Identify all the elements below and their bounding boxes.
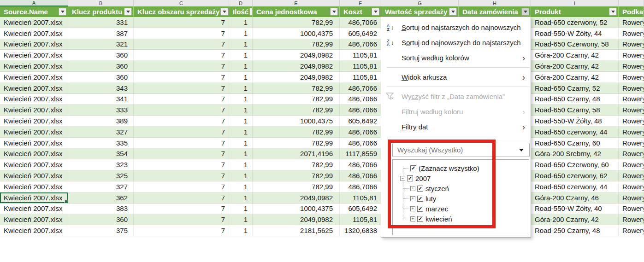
cell-unit_price[interactable]: 1000,4375 — [253, 116, 340, 127]
cell-source[interactable]: Kwiecień 2007.xlsx — [0, 225, 68, 236]
header-klucz-obszaru-sprzeda-y[interactable]: Klucz obszaru sprzedaży — [134, 6, 229, 17]
cell-unit_price[interactable]: 2049,0982 — [253, 61, 340, 72]
cell-product[interactable]: Góra-200 Srebrny, 42 — [531, 149, 619, 160]
tree-item-label[interactable]: styczeń — [425, 185, 449, 192]
tree-item-label[interactable]: 2007 — [415, 175, 431, 182]
filter-button-col-1[interactable] — [59, 8, 66, 16]
cell-product_key[interactable]: 383 — [68, 204, 134, 215]
cell-qty[interactable]: 1 — [229, 225, 253, 236]
filter-button-col-4[interactable] — [249, 8, 253, 16]
cell-sales_area_key[interactable]: 7 — [134, 28, 229, 39]
cell-product_key[interactable]: 360 — [68, 50, 134, 61]
cell-cost[interactable]: 605,6492 — [340, 116, 381, 127]
cell-qty[interactable]: 1 — [229, 72, 253, 83]
column-letter-G[interactable]: G — [381, 0, 459, 6]
cell-unit_price[interactable]: 782,99 — [253, 39, 340, 50]
cell-sales_area_key[interactable]: 7 — [134, 159, 229, 170]
column-letter-F[interactable]: F — [340, 0, 381, 6]
cell-product[interactable]: Góra-200 Czarny, 42 — [531, 50, 619, 61]
cell-source[interactable]: Kwiecień 2007.xlsx — [0, 204, 68, 215]
cell-product[interactable]: Road-250 Czarny, 48 — [531, 225, 619, 236]
cell-qty[interactable]: 1 — [229, 159, 253, 170]
cell-subcategory[interactable]: Rowery — [619, 181, 644, 192]
cell-sales_area_key[interactable]: 7 — [134, 192, 229, 204]
cell-subcategory[interactable]: Rowery — [619, 225, 644, 236]
cell-cost[interactable]: 1320,6838 — [340, 225, 381, 236]
cell-subcategory[interactable]: Rowery — [619, 105, 644, 116]
cell-source[interactable]: Kwiecień 2007.xlsx — [0, 61, 68, 72]
cell-sales_area_key[interactable]: 7 — [134, 149, 229, 160]
cell-product_key[interactable]: 327 — [68, 181, 134, 192]
cell-product[interactable]: Road-650 Czarny, 60 — [531, 138, 619, 149]
cell-subcategory[interactable]: Rowery — [619, 214, 644, 225]
expand-plus-icon[interactable]: + — [410, 216, 415, 221]
expand-plus-icon[interactable]: + — [410, 206, 415, 211]
cell-qty[interactable]: 1 — [229, 39, 253, 50]
filter-button-col-3[interactable] — [220, 8, 228, 16]
cell-source[interactable]: Kwiecień 2007.xlsx — [0, 116, 68, 127]
cell-product_key[interactable]: 360 — [68, 72, 134, 83]
cell-subcategory[interactable]: Rowery — [619, 159, 644, 170]
checkbox-checked[interactable]: ✓ — [407, 175, 413, 181]
header-produkt[interactable]: Produkt — [531, 6, 619, 17]
checkbox-checked[interactable]: ✓ — [417, 196, 423, 202]
cell-product_key[interactable]: 327 — [68, 127, 134, 138]
cell-qty[interactable]: 1 — [229, 181, 253, 192]
cell-product_key[interactable]: 375 — [68, 225, 134, 236]
cell-subcategory[interactable]: Rowery — [619, 94, 644, 105]
cell-sales_area_key[interactable]: 7 — [134, 50, 229, 61]
column-letter-H[interactable]: H — [459, 0, 531, 6]
cell-product[interactable]: Road-650 czerwony, 62 — [531, 170, 619, 181]
menu-item-sort-newest-to-oldest[interactable]: ZA↓Sortuj od najnowszych do najstarszych — [381, 35, 531, 50]
cell-product[interactable]: Road-650 Czarny, 52 — [531, 83, 619, 94]
column-letter-B[interactable]: B — [68, 0, 134, 6]
cell-unit_price[interactable]: 782,99 — [253, 105, 340, 116]
cell-sales_area_key[interactable]: 7 — [134, 105, 229, 116]
cell-product[interactable]: Road-650 Czarny, 58 — [531, 105, 619, 116]
cell-unit_price[interactable]: 782,99 — [253, 17, 340, 28]
cell-unit_price[interactable]: 782,99 — [253, 127, 340, 138]
cell-unit_price[interactable]: 782,99 — [253, 83, 340, 94]
tree-item-label[interactable]: kwiecień — [425, 215, 452, 223]
cell-qty[interactable]: 1 — [229, 192, 253, 204]
cell-cost[interactable]: 486,7066 — [340, 127, 381, 138]
cell-sales_area_key[interactable]: 7 — [134, 83, 229, 94]
cell-source[interactable]: Kwiecień 2007.xlsx — [0, 170, 68, 181]
cell-product_key[interactable]: 362 — [68, 192, 134, 204]
checkbox-checked[interactable]: ✓ — [417, 186, 423, 192]
cell-unit_price[interactable]: 2071,4196 — [253, 149, 340, 160]
cell-unit_price[interactable]: 1000,4375 — [253, 204, 340, 215]
cell-sales_area_key[interactable]: 7 — [134, 116, 229, 127]
cell-source[interactable]: Kwiecień 2007.xlsx — [0, 181, 68, 192]
cell-subcategory[interactable]: Rowery — [619, 138, 644, 149]
cell-cost[interactable]: 1105,81 — [340, 61, 381, 72]
cell-sales_area_key[interactable]: 7 — [134, 94, 229, 105]
menu-item-sheet-view[interactable]: Widok arkusza› — [381, 70, 531, 85]
cell-subcategory[interactable]: Rowery — [619, 116, 644, 127]
cell-source[interactable]: Kwiecień 2007.xlsx — [0, 127, 68, 138]
cell-product_key[interactable]: 360 — [68, 61, 134, 72]
column-letter-D[interactable]: D — [229, 0, 253, 6]
cell-source[interactable]: Kwiecień 2007.xlsx — [0, 214, 68, 225]
cell-qty[interactable]: 1 — [229, 50, 253, 61]
cell-source[interactable]: Kwiecień 2007.xlsx — [0, 94, 68, 105]
cell-cost[interactable]: 1105,81 — [340, 72, 381, 83]
cell-unit_price[interactable]: 2049,0982 — [253, 72, 340, 83]
cell-cost[interactable]: 486,7066 — [340, 17, 381, 28]
column-letter-C[interactable]: C — [134, 0, 229, 6]
cell-product[interactable]: Road-650 czerwony, 52 — [531, 17, 619, 28]
cell-source[interactable]: Kwiecień 2007.xlsx — [0, 192, 68, 204]
expand-minus-icon[interactable]: − — [400, 176, 405, 181]
menu-item-sort-oldest-to-newest[interactable]: AZ↓Sortuj od najstarszych do najnowszych — [381, 20, 531, 35]
column-letter-I[interactable]: I — [531, 0, 619, 6]
header-cena-jednostkowa[interactable]: Cena jednostkowa — [253, 6, 340, 17]
cell-cost[interactable]: 486,7066 — [340, 39, 381, 50]
cell-unit_price[interactable]: 2049,0982 — [253, 50, 340, 61]
cell-qty[interactable]: 1 — [229, 61, 253, 72]
header-koszt[interactable]: Koszt — [340, 6, 381, 17]
cell-qty[interactable]: 1 — [229, 94, 253, 105]
cell-qty[interactable]: 1 — [229, 204, 253, 215]
cell-cost[interactable]: 486,7066 — [340, 83, 381, 94]
cell-unit_price[interactable]: 782,99 — [253, 170, 340, 181]
cell-product[interactable]: Road-650 Czerwony, 60 — [531, 159, 619, 170]
